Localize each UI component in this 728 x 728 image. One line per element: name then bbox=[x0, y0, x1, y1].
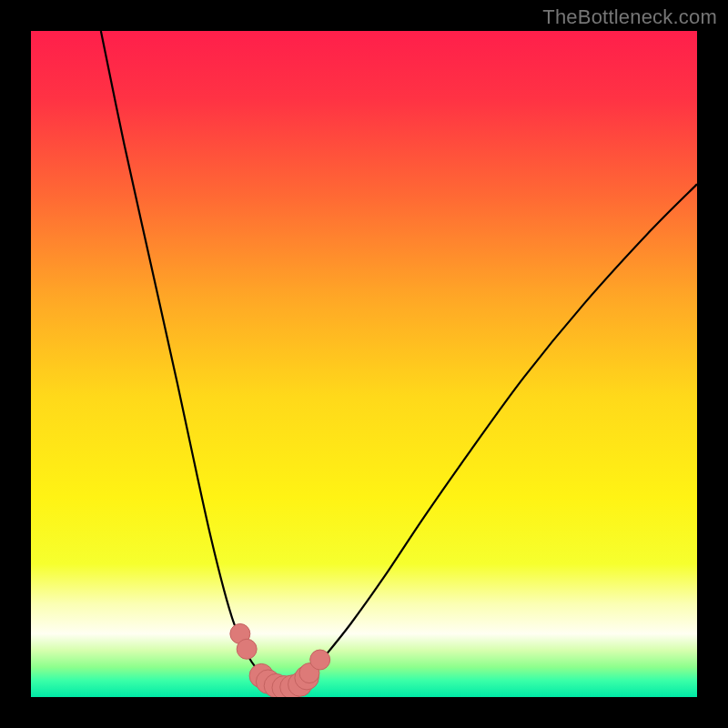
watermark-text: TheBottleneck.com bbox=[542, 5, 717, 29]
curve-marker bbox=[310, 650, 330, 670]
chart-svg bbox=[31, 31, 697, 697]
plot-area bbox=[31, 31, 697, 697]
outer-frame: TheBottleneck.com bbox=[0, 0, 728, 728]
curve-marker bbox=[237, 639, 257, 659]
gradient-background bbox=[31, 31, 697, 697]
